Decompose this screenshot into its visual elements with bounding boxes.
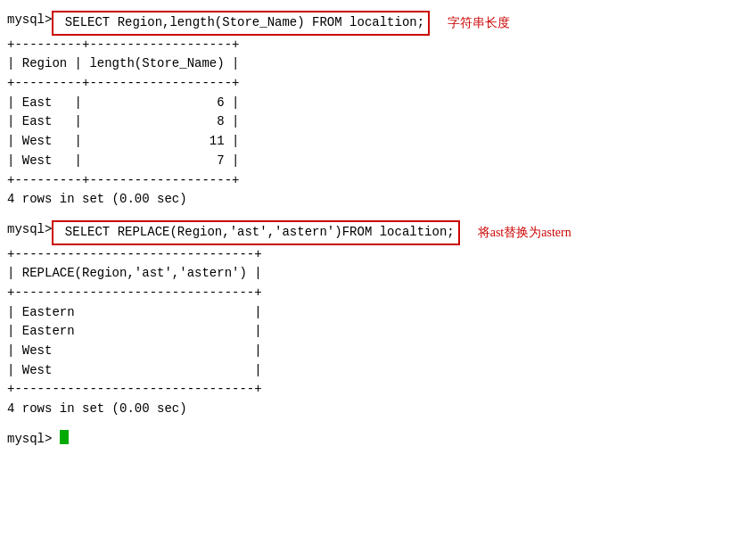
- table2-rowcount: 4 rows in set (0.00 sec): [0, 400, 756, 419]
- table2-row-3: | West |: [0, 361, 756, 381]
- table1-row-2: | West | 11 |: [0, 132, 756, 152]
- table1-row-3: | West | 7 |: [0, 152, 756, 171]
- table2-row-0: | Eastern |: [0, 303, 756, 323]
- annotation-2: 将ast替换为astern: [478, 223, 571, 243]
- cursor: [60, 430, 69, 444]
- sql-query-2: SELECT REPLACE(Region,'ast','astern')FRO…: [52, 220, 459, 245]
- annotation-1: 字符串长度: [448, 13, 510, 33]
- sql-query-1: SELECT Region,length(Store_Name) FROM lo…: [52, 11, 430, 36]
- final-prompt-line: mysql>: [0, 430, 756, 450]
- table2-sep-top: +--------------------------------+: [0, 245, 756, 265]
- final-prompt: mysql>: [7, 430, 52, 450]
- table1-sep-top: +---------+-------------------+: [0, 36, 756, 55]
- table1-sep-mid: +---------+-------------------+: [0, 74, 756, 94]
- table1-header: | Region | length(Store_Name) |: [0, 54, 756, 74]
- table2-header: | REPLACE(Region,'ast','astern') |: [0, 264, 756, 284]
- table1-sep-bot: +---------+-------------------+: [0, 171, 756, 191]
- prompt-2: mysql>: [7, 220, 52, 240]
- table2-sep-mid: +--------------------------------+: [0, 284, 756, 303]
- terminal: mysql> SELECT Region,length(Store_Name) …: [0, 7, 756, 452]
- prompt-1: mysql>: [7, 11, 52, 30]
- table1-rowcount: 4 rows in set (0.00 sec): [0, 190, 756, 210]
- table2-sep-bot: +--------------------------------+: [0, 380, 756, 400]
- table1-row-1: | East | 8 |: [0, 112, 756, 132]
- table2-row-2: | West |: [0, 342, 756, 361]
- table1-row-0: | East | 6 |: [0, 94, 756, 113]
- table2-row-1: | Eastern |: [0, 322, 756, 342]
